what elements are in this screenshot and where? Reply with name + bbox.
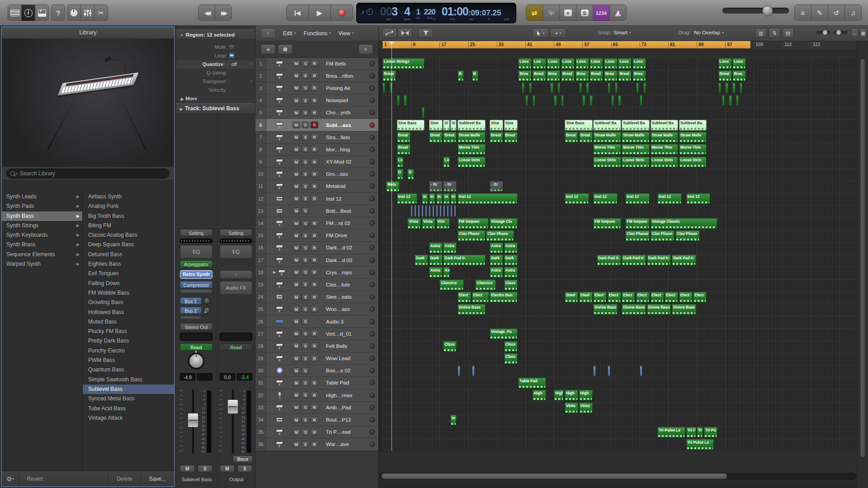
midi-region[interactable]: High <box>565 390 578 401</box>
library-category-synth-pads[interactable]: Synth Pads▶ <box>2 202 82 211</box>
library-toggle-button[interactable] <box>8 5 22 21</box>
vertical-scrollbar[interactable] <box>857 41 868 488</box>
solo-button[interactable]: S <box>302 97 309 104</box>
midi-region[interactable] <box>618 95 621 106</box>
midi-region[interactable]: Astra <box>504 243 518 253</box>
record-enable-button[interactable]: R <box>311 355 318 362</box>
horizontal-zoom-slider[interactable] <box>834 31 847 34</box>
mute-button[interactable]: M <box>292 146 300 153</box>
record-enable-button[interactable]: R <box>311 429 318 436</box>
strip-mute-button[interactable]: M <box>220 465 235 472</box>
functions-menu[interactable]: Functions▾ <box>304 30 331 37</box>
volume-slider-thumb[interactable] <box>762 5 773 16</box>
midi-region[interactable]: Sine <box>504 120 518 131</box>
midi-region[interactable]: Breat <box>382 70 396 81</box>
midi-region[interactable] <box>608 83 610 94</box>
midi-region[interactable]: B <box>458 70 464 81</box>
midi-region[interactable] <box>590 95 592 106</box>
tuner-button[interactable]: Ψ <box>543 5 560 21</box>
mute-button[interactable]: M <box>292 220 300 227</box>
waveform-zoom-button[interactable]: ↔ <box>851 28 859 38</box>
add-track-button[interactable]: + <box>261 44 275 54</box>
midi-region[interactable]: Inst 12 <box>565 193 589 204</box>
midi-region[interactable]: Loos <box>576 58 589 69</box>
midi-region[interactable]: Morse Thin <box>622 144 650 155</box>
midi-region[interactable] <box>732 83 735 94</box>
midi-region[interactable]: Breat <box>443 132 457 143</box>
save-button[interactable]: Save... <box>141 471 174 486</box>
library-patch-quantum-bass[interactable]: Quantum Bass <box>83 365 174 375</box>
library-patch-eighties-bass[interactable]: Eighties Bass <box>83 259 174 269</box>
midi-region[interactable]: D <box>407 169 414 180</box>
library-category-synth-strings[interactable]: Synth Strings▶ <box>2 221 82 230</box>
library-patch-vintage-attack[interactable]: Vintage Attack <box>83 413 174 423</box>
midi-region[interactable]: Dark Pad 0: <box>443 255 485 266</box>
muted-region[interactable]: ●Br <box>443 181 457 192</box>
track-row-6[interactable]: 6MSRSubl…ass <box>255 119 378 131</box>
midi-region[interactable]: Elect <box>665 292 678 303</box>
track-row-11[interactable]: 11MSRMetaloid <box>255 180 378 192</box>
midi-region[interactable]: Breat <box>397 132 410 143</box>
midi-region[interactable]: Class <box>443 341 457 352</box>
midi-region[interactable]: Vintage_Pa <box>490 328 518 339</box>
track-row-5[interactable]: 5MSRCho…ynth <box>255 107 378 119</box>
lcd-display[interactable]: ♪ 003 bar 4 beat 1 div 220 tick 01:00:09… <box>356 3 516 23</box>
delete-button[interactable]: Delete <box>108 471 141 486</box>
automation-mode-button[interactable]: Read <box>220 343 252 351</box>
apple-loops-button[interactable]: ↺ <box>828 5 845 21</box>
drag-menu[interactable]: No Overlap▾ <box>694 30 724 35</box>
solo-button[interactable]: S <box>302 355 309 362</box>
midi-region[interactable] <box>550 83 553 94</box>
midi-region[interactable] <box>729 95 731 106</box>
solo-button[interactable]: S <box>302 343 309 349</box>
midi-region[interactable] <box>557 83 560 94</box>
track-row-14[interactable]: 14MSRFM…nt 02 <box>255 217 378 230</box>
track-row-30[interactable]: 30MSBoo…e 02 <box>255 365 378 377</box>
midi-region[interactable]: Loose Strin <box>622 157 650 168</box>
midi-region[interactable] <box>608 366 610 376</box>
midi-region[interactable]: Classica <box>475 280 496 291</box>
mute-button[interactable]: M <box>292 330 300 337</box>
midi-region[interactable] <box>579 83 582 94</box>
library-patch-tube-acid-bass[interactable]: Tube Acid Bass <box>83 404 174 413</box>
midi-region[interactable] <box>582 95 585 106</box>
midi-region[interactable] <box>640 95 642 106</box>
beat-ruler[interactable] <box>379 49 857 58</box>
mute-button[interactable]: M <box>292 429 300 436</box>
instrument-slot[interactable]: Retro Synth <box>180 270 212 279</box>
midi-region[interactable] <box>561 95 564 106</box>
snap-grid-button[interactable]: ▥ <box>755 28 767 38</box>
mute-checkbox[interactable] <box>229 44 235 50</box>
view-menu[interactable]: View▾ <box>339 30 354 37</box>
midi-region[interactable] <box>554 95 557 106</box>
solo-button[interactable]: S <box>302 330 309 337</box>
mute-button[interactable]: M <box>292 380 300 386</box>
midi-region[interactable]: Loose Strings <box>382 58 425 69</box>
record-enable-button[interactable]: R <box>311 417 318 423</box>
track-row-17[interactable]: 17MSRDark…d 03 <box>255 254 378 267</box>
record-enable-button[interactable]: R <box>311 294 318 300</box>
midi-region[interactable]: Clav Phase <box>486 230 514 241</box>
midi-region[interactable] <box>390 83 392 94</box>
midi-region[interactable]: Dark Pad 0: <box>622 255 646 266</box>
cycle-button[interactable]: ⇄ <box>526 5 543 21</box>
record-enable-button[interactable]: R <box>311 159 318 165</box>
mute-button[interactable]: M <box>292 171 300 178</box>
midi-region[interactable]: Sine Bass <box>397 120 425 131</box>
mute-button[interactable]: M <box>292 306 300 313</box>
solo-button[interactable]: S <box>302 392 309 399</box>
midi-region[interactable]: Tri F <box>686 427 696 438</box>
track-lanes[interactable]: Loose StringsLoosLooLoosLoosLoosLoosLoos… <box>379 58 857 451</box>
duplicate-track-button[interactable]: ⊞ <box>278 44 292 54</box>
track-row-7[interactable]: 7MSRStra…llets <box>255 131 378 144</box>
record-enable-button[interactable]: R <box>311 134 318 141</box>
midi-region[interactable]: Elect <box>693 292 707 303</box>
volume-value[interactable]: -4.9 <box>180 373 195 380</box>
track-row-13[interactable]: 13MSBott…Beat <box>255 205 378 217</box>
empty-send-slot[interactable] <box>180 316 202 319</box>
midi-region[interactable]: Dark <box>504 255 518 266</box>
audio-fx-label-slot[interactable]: Audio FX <box>220 281 252 295</box>
midi-region[interactable]: Si <box>450 120 457 131</box>
midi-region[interactable]: Clav Phase <box>651 230 675 241</box>
midi-region[interactable]: Dark Pad 0: <box>647 255 671 266</box>
